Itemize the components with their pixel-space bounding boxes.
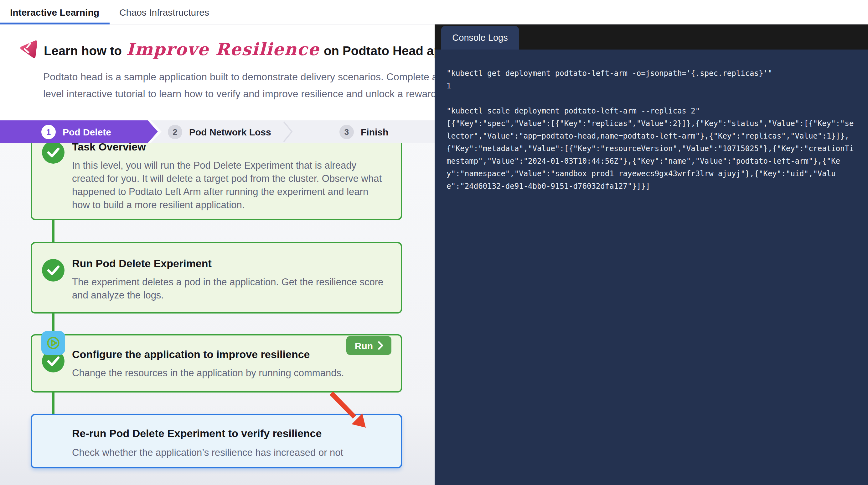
active-tab-underline bbox=[0, 23, 109, 25]
task-description: The experiment deletes a pod in the appl… bbox=[72, 275, 388, 302]
step-label: Pod Delete bbox=[63, 126, 111, 137]
learning-panel: Learn how to Improve Resilience on Podta… bbox=[0, 25, 435, 485]
console-line: {"Key":"metadata","Value":[{"Key":"resou… bbox=[446, 142, 861, 154]
task-connector bbox=[52, 219, 54, 245]
tab-console-logs[interactable]: Console Logs bbox=[441, 26, 519, 49]
console-line: e":"24d60132-de91-4bb0-9151-d76032dfa127… bbox=[446, 180, 861, 192]
console-tab-label: Console Logs bbox=[452, 33, 507, 42]
tab-interactive-learning-label: Interactive Learning bbox=[10, 7, 99, 17]
step-pod-network-loss[interactable]: 2 Pod Network Loss bbox=[168, 120, 271, 143]
tutorial-description: Podtato head is a sample application bui… bbox=[43, 68, 435, 102]
tab-chaos-infrastructures[interactable]: Chaos Infrastructures bbox=[109, 0, 219, 24]
task-title: Run Pod Delete Experiment bbox=[72, 258, 388, 270]
console-panel: Console Logs "kubectl get deployment pod… bbox=[435, 25, 868, 485]
console-line bbox=[446, 92, 861, 105]
check-complete-icon bbox=[42, 141, 64, 164]
app-window: Interactive Learning Chaos Infrastructur… bbox=[0, 0, 868, 485]
console-line: "kubectl scale deployment podtato-left-a… bbox=[446, 105, 861, 117]
step-label: Finish bbox=[361, 126, 388, 137]
title-highlight: Improve Resilience bbox=[126, 39, 319, 59]
check-complete-icon bbox=[42, 259, 64, 282]
console-line: lector","Value":"app=podtato-head,name=p… bbox=[446, 130, 861, 142]
tab-chaos-infrastructures-label: Chaos Infrastructures bbox=[119, 7, 209, 17]
task-title: Configure the application to improve res… bbox=[72, 349, 388, 361]
console-line: [{"Key":"spec","Value":[{"Key":"replicas… bbox=[446, 117, 861, 130]
console-line: mestamp","Value":"2024-01-03T10:44:56Z"}… bbox=[446, 154, 861, 167]
step-finish[interactable]: 3 Finish bbox=[339, 120, 388, 143]
task-card-rerun-verify: Re-run Pod Delete Experiment to verify r… bbox=[31, 414, 402, 468]
step-pod-delete[interactable]: 1 Pod Delete bbox=[0, 120, 158, 143]
title-prefix: Learn how to bbox=[44, 44, 122, 58]
chevron-right-icon bbox=[378, 341, 383, 350]
task-connector bbox=[52, 391, 54, 416]
task-description: Change the resources in the application … bbox=[72, 366, 388, 379]
step-label: Pod Network Loss bbox=[189, 126, 271, 137]
task-card-run-experiment: Run Pod Delete Experiment The experiment… bbox=[31, 242, 402, 314]
steps-bar: 1 Pod Delete 2 Pod Network Loss 3 Finish bbox=[0, 120, 435, 143]
litmuschaos-logo-icon bbox=[20, 39, 39, 59]
title-suffix: on Podtato Head application bbox=[324, 44, 435, 58]
step-number-badge: 1 bbox=[41, 124, 56, 139]
console-log-output[interactable]: "kubectl get deployment podtato-left-arm… bbox=[435, 49, 868, 485]
console-line: 1 bbox=[446, 79, 861, 92]
step-number-badge: 2 bbox=[168, 124, 182, 139]
page-title: Learn how to Improve Resilience on Podta… bbox=[44, 39, 435, 59]
tab-interactive-learning[interactable]: Interactive Learning bbox=[0, 0, 109, 24]
top-tab-bar: Interactive Learning Chaos Infrastructur… bbox=[0, 0, 868, 25]
console-line: y":"namespace","Value":"sandbox-prod1-ra… bbox=[446, 167, 861, 180]
step-separator-chevron bbox=[283, 121, 293, 142]
console-line: "kubectl get deployment podtato-left-arm… bbox=[446, 67, 861, 79]
task-card-overview: Task Overview In this level, you will ru… bbox=[31, 137, 402, 220]
console-topbar: Console Logs bbox=[435, 25, 868, 49]
task-description: In this level, you will run the Pod Dele… bbox=[72, 159, 388, 211]
task-title: Re-run Pod Delete Experiment to verify r… bbox=[72, 428, 388, 440]
run-button-label: Run bbox=[355, 340, 373, 351]
task-title: Task Overview bbox=[72, 141, 388, 153]
play-icon bbox=[41, 331, 65, 355]
run-button[interactable]: Run bbox=[346, 336, 392, 355]
task-description: Check whether the application’s resilien… bbox=[72, 446, 366, 459]
step-number-badge: 3 bbox=[339, 124, 354, 139]
